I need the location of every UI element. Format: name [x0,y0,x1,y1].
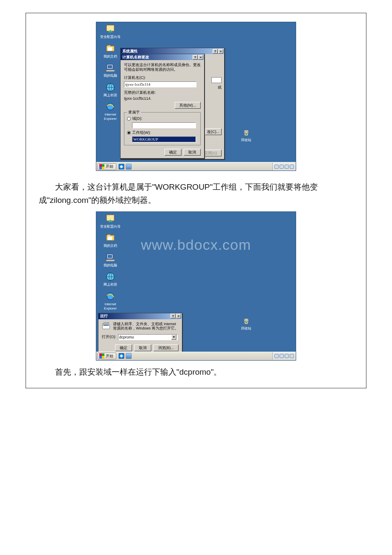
svg-point-6 [107,103,114,110]
domain-input[interactable] [132,122,196,128]
cnc-name-label: 计算机名(C): [124,75,201,81]
svg-rect-8 [108,237,112,240]
run-hint: 请键入程序、文件夹、文档或 Internet 资源的名称，Windows 将为您… [113,322,179,331]
icon-network-label: 网上邻居 [98,93,123,98]
domain-radio[interactable] [127,117,131,121]
membership-legend: 隶属于 [127,110,141,115]
taskbar: 开始 [96,352,296,360]
change-button[interactable]: 改(C)... [205,128,222,135]
help-button[interactable]: ? [213,49,218,54]
tray-icon[interactable] [274,165,279,169]
system-tray [272,163,296,171]
tray-icon[interactable] [285,354,289,358]
icon-my-docs-label: 我的文档 [98,244,123,248]
icon-my-computer[interactable]: 我的电脑 [98,63,123,78]
folder-icon [105,233,115,243]
icon-recycle-bin-label: 回收站 [241,138,251,142]
domain-radio-label: 域(D): [132,116,142,121]
quicklaunch-desktop[interactable] [126,353,132,359]
run-app-icon [102,322,110,330]
icon-network[interactable]: 网上邻居 [98,82,123,98]
icon-my-computer-label: 我的电脑 [98,74,123,78]
chevron-down-icon[interactable]: ▾ [171,335,176,340]
icon-my-docs[interactable]: 我的文档 [98,233,123,248]
icon-security-wizard-label: 安全配置向导 [98,35,123,39]
icon-recycle-bin[interactable]: 回收站 [238,128,255,142]
dialog-computer-name-change: 计算机名称更改 ? × 可以更改这台计算机的名称和成员身份。更改可能会影响对网络… [120,54,205,159]
start-button[interactable]: 开始 [98,353,116,359]
start-label: 开始 [106,164,113,169]
icon-ie-label: Internet Explorer [98,302,123,310]
recycle-icon [242,128,251,137]
cnc-ok-button[interactable]: 确定 [164,149,182,156]
sysprops-field-peek [211,77,222,83]
cnc-title: 计算机名称更改 [122,55,192,60]
cnc-fullname-label: 完整的计算机名称: [124,90,201,95]
network-icon [105,82,115,92]
svg-rect-10 [108,255,112,258]
system-tray [272,352,296,360]
wizard-icon [105,214,115,224]
cnc-fullname-value: tjyxx-1ccf5c114. [124,96,152,101]
help-button[interactable]: ? [170,314,176,318]
screenshot-run: 安全配置向导 我的文档 我的电脑 网上邻居 [96,211,296,361]
computer-name-input[interactable] [124,81,196,87]
run-cancel-button[interactable]: 取消 [134,344,151,351]
tray-icon[interactable] [280,354,284,358]
icon-recycle-bin[interactable]: 回收站 [238,316,255,331]
icon-network[interactable]: 网上邻居 [98,272,123,287]
workgroup-radio[interactable] [127,131,131,135]
ie-icon [105,291,115,301]
icon-ie[interactable]: Internet Explorer [98,101,123,121]
dialog-run: 运行 ? × 请键入程序、文件夹、文档或 Internet 资源的名称，Wind… [98,313,182,354]
icon-ie[interactable]: Internet Explorer [98,291,123,310]
quicklaunch-desktop[interactable] [126,164,132,170]
close-button[interactable]: × [176,314,181,318]
start-button[interactable]: 开始 [98,163,116,170]
workgroup-input[interactable] [132,136,196,142]
icon-my-docs[interactable]: 我的文档 [98,43,123,59]
windows-flag-icon [99,353,104,358]
network-icon [105,272,115,282]
tray-icon[interactable] [290,165,294,169]
more-button[interactable]: 其他(M)... [175,102,201,109]
svg-point-13 [107,293,114,300]
taskbar: 开始 [96,162,296,171]
tray-icon[interactable] [290,354,294,358]
computer-icon [105,252,115,263]
svg-rect-4 [106,70,115,72]
recycle-icon [242,316,251,326]
ie-icon [105,101,115,112]
icon-ie-label: Internet Explorer [98,113,123,121]
icon-network-label: 网上邻居 [98,283,123,287]
quicklaunch-ie[interactable] [118,164,124,170]
icon-security-wizard[interactable]: 安全配置向导 [98,214,123,229]
windows-flag-icon [99,164,104,169]
paragraph-1: 大家看，这台计算机是属于"WORKGROUP"工作组，下面我们就要将他变成"zi… [39,180,353,207]
run-open-value: dcpromo [119,335,134,339]
quicklaunch-ie[interactable] [118,353,124,359]
svg-rect-1 [108,47,112,51]
tray-icon[interactable] [280,165,284,169]
wizard-icon [105,24,115,34]
svg-rect-15 [103,324,109,326]
close-button[interactable]: × [218,49,223,54]
svg-rect-11 [106,260,115,261]
paragraph-2: 首先，跟安装域一样在运行下输入"dcpromo"。 [39,366,353,379]
start-label: 开始 [106,353,113,359]
cnc-cancel-button[interactable]: 取消 [184,149,201,156]
tray-icon[interactable] [274,354,279,358]
sysprops-title: 系统属性 [122,49,212,54]
icon-my-computer[interactable]: 我的电脑 [98,252,123,268]
icon-recycle-bin-label: 回收站 [241,327,251,330]
icon-security-wizard[interactable]: 安全配置向导 [98,24,123,39]
run-browse-button[interactable]: 浏览(B)... [153,344,179,351]
run-ok-button[interactable]: 确定 [115,344,132,351]
run-open-input[interactable]: dcpromo ▾ [118,334,178,340]
close-button[interactable]: × [198,55,203,60]
icon-security-wizard-label: 安全配置向导 [98,225,123,229]
help-button[interactable]: ? [193,55,198,60]
tray-icon[interactable] [285,165,289,169]
computer-icon [105,63,115,73]
sysprops-ext-label: 或 [218,85,222,90]
